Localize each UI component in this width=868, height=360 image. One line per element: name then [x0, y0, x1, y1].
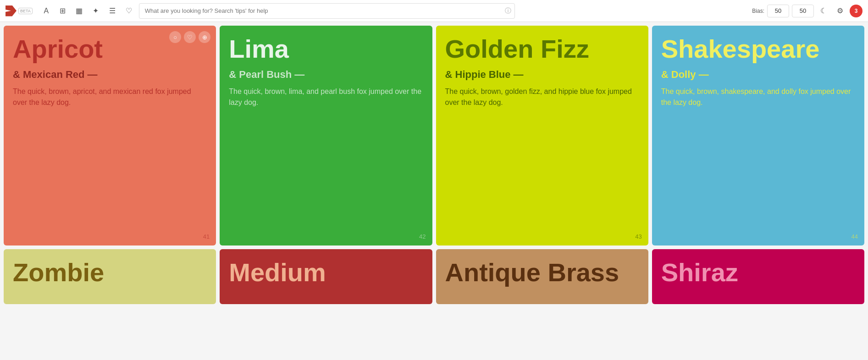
card-hide-icon[interactable]: ○	[169, 31, 181, 43]
card-share-icon[interactable]: ⊕	[199, 31, 210, 43]
card-antique-brass: Antique Brass	[436, 249, 648, 304]
search-wrap: ⓘ	[139, 3, 515, 19]
card-number-lima: 42	[419, 233, 426, 240]
lines-icon[interactable]: ☰	[106, 5, 119, 17]
settings-icon[interactable]: ⚙	[833, 4, 847, 18]
card-actions: ○ ♡ ⊕	[169, 31, 210, 43]
beta-badge: BETA	[18, 8, 33, 14]
columns-icon[interactable]: ⊞	[56, 5, 69, 17]
card-number-shakespeare: 44	[851, 233, 858, 240]
card-number-golden-fizz: 43	[635, 233, 641, 240]
card-title-shakespeare: Shakespeare	[661, 35, 855, 63]
card-golden-fizz: Golden Fizz & Hippie Blue — The quick, b…	[436, 26, 648, 245]
card-title-antique-brass: Antique Brass	[445, 258, 639, 287]
card-body-golden-fizz: The quick, brown, golden fizz, and hippi…	[445, 86, 639, 108]
bias-right-input[interactable]	[792, 5, 814, 17]
card-shiraz: Shiraz	[652, 249, 864, 304]
card-body-apricot: The quick, brown, apricot, and mexican r…	[13, 86, 207, 108]
path-icon[interactable]: ✦	[89, 5, 102, 17]
card-number-apricot: 41	[203, 233, 210, 240]
type-icon[interactable]: A	[40, 5, 53, 17]
bias-left-input[interactable]	[767, 5, 789, 17]
card-title-medium: Medium	[229, 258, 423, 287]
card-subtitle-golden-fizz: & Hippie Blue —	[445, 69, 639, 81]
logo-icon	[6, 5, 17, 16]
card-body-lima: The quick, brown, lima, and pearl bush f…	[229, 86, 423, 108]
card-subtitle-shakespeare: & Dolly —	[661, 69, 855, 81]
card-subtitle-lima: & Pearl Bush —	[229, 69, 423, 81]
card-title-golden-fizz: Golden Fizz	[445, 35, 639, 63]
card-shakespeare: Shakespeare & Dolly — The quick, brown, …	[652, 26, 864, 245]
bias-label: Bias:	[752, 8, 764, 14]
info-icon[interactable]: ⓘ	[505, 7, 511, 15]
heart-icon[interactable]: ♡	[122, 5, 135, 17]
card-body-shakespeare: The quick, brown, shakespeare, and dolly…	[661, 86, 855, 108]
search-input[interactable]	[139, 3, 515, 19]
topbar-right: Bias: ☾ ⚙ 3	[752, 4, 862, 18]
card-grid: ○ ♡ ⊕ Apricot & Mexican Red — The quick,…	[0, 22, 868, 308]
card-title-zombie: Zombie	[13, 258, 207, 287]
card-medium: Medium	[220, 249, 432, 304]
moon-icon[interactable]: ☾	[817, 4, 830, 18]
chart-icon[interactable]: ▦	[73, 5, 86, 17]
card-heart-icon[interactable]: ♡	[184, 31, 196, 43]
card-apricot: ○ ♡ ⊕ Apricot & Mexican Red — The quick,…	[4, 26, 216, 245]
card-zombie: Zombie	[4, 249, 216, 304]
card-lima: Lima & Pearl Bush — The quick, brown, li…	[220, 26, 432, 245]
topbar: BETA A ⊞ ▦ ✦ ☰ ♡ ⓘ Bias: ☾ ⚙ 3	[0, 0, 868, 22]
card-title-lima: Lima	[229, 35, 423, 63]
avatar[interactable]: 3	[850, 5, 862, 17]
card-subtitle-apricot: & Mexican Red —	[13, 69, 207, 81]
card-title-shiraz: Shiraz	[661, 258, 855, 287]
logo-area: BETA	[6, 5, 33, 16]
